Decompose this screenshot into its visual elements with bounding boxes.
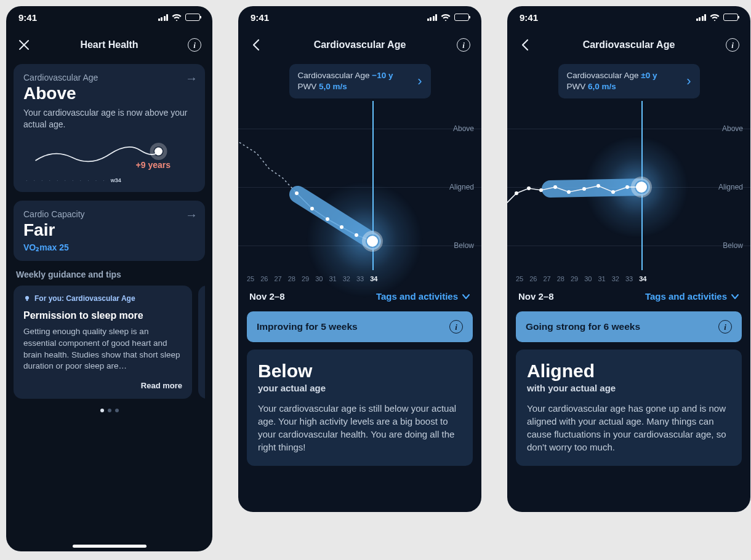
- wifi-icon: [172, 14, 182, 21]
- tags-toggle[interactable]: Tags and activities: [645, 291, 739, 302]
- svg-point-22: [611, 190, 615, 194]
- pager-dots: [14, 409, 205, 412]
- signal-icon: [696, 14, 707, 21]
- detail-card: Aligned with your actual age Your cardio…: [516, 350, 742, 466]
- tip-peek-initial: H: [204, 310, 205, 321]
- dot: [108, 409, 111, 412]
- svg-point-18: [553, 185, 557, 189]
- guidance-section-title: Weekly guidance and tips: [16, 270, 203, 279]
- chevron-right-icon: ›: [686, 73, 691, 89]
- chevron-down-icon: [731, 294, 739, 300]
- detail-title: Below: [258, 361, 462, 382]
- nav-header: Cardiovascular Age i: [238, 28, 481, 64]
- status-icons: [696, 14, 739, 21]
- tip-body: Getting enough quality sleep is an essen…: [23, 326, 182, 373]
- detail-sub: your actual age: [258, 383, 462, 393]
- trend-chart[interactable]: Above Aligned Below 25262728293031323334: [238, 101, 481, 282]
- status-bar: 9:41: [6, 6, 212, 28]
- page-title: Cardiovascular Age: [264, 39, 456, 50]
- tags-toggle[interactable]: Tags and activities: [376, 291, 470, 302]
- info-icon: i: [457, 38, 470, 52]
- back-button[interactable]: [517, 37, 533, 53]
- info-icon: i: [726, 38, 739, 52]
- tips-carousel[interactable]: For you: Cardiovascular Age Permission t…: [14, 286, 205, 399]
- svg-point-4: [25, 296, 29, 300]
- status-banner[interactable]: Improving for 5 weeks i: [247, 311, 473, 342]
- svg-point-23: [625, 185, 629, 189]
- home-indicator[interactable]: [73, 545, 147, 548]
- detail-sub: with your actual age: [527, 383, 731, 393]
- metric-chip[interactable]: Cardiovascular Age ±0 y PWV 6,0 m/s ›: [558, 64, 700, 98]
- status-time: 9:41: [251, 12, 269, 23]
- info-icon[interactable]: i: [718, 320, 732, 334]
- mini-axis: ··········· w34: [23, 177, 195, 183]
- info-button[interactable]: i: [725, 37, 741, 53]
- card-kicker: Cardiovascular Age: [23, 73, 195, 82]
- info-button[interactable]: i: [187, 37, 203, 53]
- svg-point-7: [295, 191, 299, 195]
- mini-chart: +9 years: [23, 133, 195, 170]
- svg-point-10: [340, 225, 343, 229]
- signal-icon: [158, 14, 169, 21]
- phone-cv-age-below: 9:41 Cardiovascular Age i Cardiovascular…: [238, 6, 481, 512]
- status-icons: [427, 14, 470, 21]
- card-status: Fair: [23, 220, 195, 240]
- status-icons: [158, 14, 201, 21]
- phone-cv-age-aligned: 9:41 Cardiovascular Age i Cardiovascular…: [507, 6, 750, 512]
- cardiovascular-age-card[interactable]: → Cardiovascular Age Above Your cardiova…: [14, 64, 205, 192]
- status-bar: 9:41: [507, 6, 750, 28]
- svg-point-20: [582, 187, 586, 191]
- detail-body: Your cardiovascular age has gone up and …: [527, 402, 731, 454]
- info-button[interactable]: i: [456, 37, 472, 53]
- read-more-link[interactable]: Read more: [23, 381, 182, 390]
- chevron-left-icon: [252, 39, 260, 51]
- svg-point-12: [367, 236, 378, 247]
- page-title: Cardiovascular Age: [533, 39, 725, 50]
- banner-text: Improving for 5 weeks: [257, 321, 358, 332]
- vo2max-label: VO₂max 25: [23, 242, 195, 252]
- x-axis: 25262728293031323334: [247, 275, 378, 282]
- battery-icon: [723, 14, 738, 21]
- svg-line-6: [298, 194, 372, 241]
- close-button[interactable]: [16, 37, 32, 53]
- tip-card[interactable]: For you: Cardiovascular Age Permission t…: [14, 286, 192, 399]
- status-time: 9:41: [18, 12, 37, 23]
- svg-point-11: [355, 233, 358, 237]
- lightbulb-icon: [23, 295, 31, 302]
- info-icon[interactable]: i: [449, 320, 463, 334]
- chevron-right-icon: →: [185, 71, 198, 86]
- chevron-left-icon: [521, 39, 529, 51]
- detail-title: Aligned: [527, 361, 731, 382]
- status-banner[interactable]: Going strong for 6 weeks i: [516, 311, 742, 342]
- svg-point-19: [567, 190, 571, 194]
- page-title: Heart Health: [32, 39, 187, 50]
- svg-point-9: [326, 217, 329, 221]
- cardio-capacity-card[interactable]: → Cardio Capacity Fair VO₂max 25: [14, 201, 205, 261]
- wifi-icon: [441, 14, 451, 21]
- card-desc: Your cardiovascular age is now above you…: [23, 107, 195, 130]
- chevron-right-icon: ›: [417, 73, 422, 89]
- svg-point-8: [310, 207, 314, 210]
- metric-chip[interactable]: Cardiovascular Age −10 y PWV 5,0 m/s ›: [289, 64, 431, 98]
- trend-line: [238, 101, 481, 282]
- svg-point-16: [527, 186, 531, 190]
- trend-chart[interactable]: Above Aligned Below 25262728293031323334: [507, 101, 750, 282]
- date-range: Nov 2–8: [249, 291, 285, 302]
- date-range: Nov 2–8: [518, 291, 554, 302]
- status-bar: 9:41: [238, 6, 481, 28]
- back-button[interactable]: [248, 37, 264, 53]
- svg-rect-5: [26, 300, 28, 301]
- banner-text: Going strong for 6 weeks: [526, 321, 640, 332]
- x-axis: 25262728293031323334: [516, 275, 647, 282]
- nav-header: Heart Health i: [6, 28, 212, 64]
- tip-title: Permission to sleep more: [23, 310, 182, 321]
- wifi-icon: [710, 14, 720, 21]
- detail-card: Below your actual age Your cardiovascula…: [247, 350, 473, 466]
- tip-eyebrow: For you: Cardiovascular Age: [23, 294, 182, 303]
- chart-delta-label: +9 years: [136, 160, 171, 170]
- chevron-down-icon: [462, 294, 470, 300]
- tip-card-peek[interactable]: H: [198, 286, 205, 399]
- svg-point-24: [636, 182, 647, 193]
- chip-text: Cardiovascular Age ±0 y PWV 6,0 m/s: [567, 70, 657, 92]
- date-row: Nov 2–8 Tags and activities: [507, 282, 750, 308]
